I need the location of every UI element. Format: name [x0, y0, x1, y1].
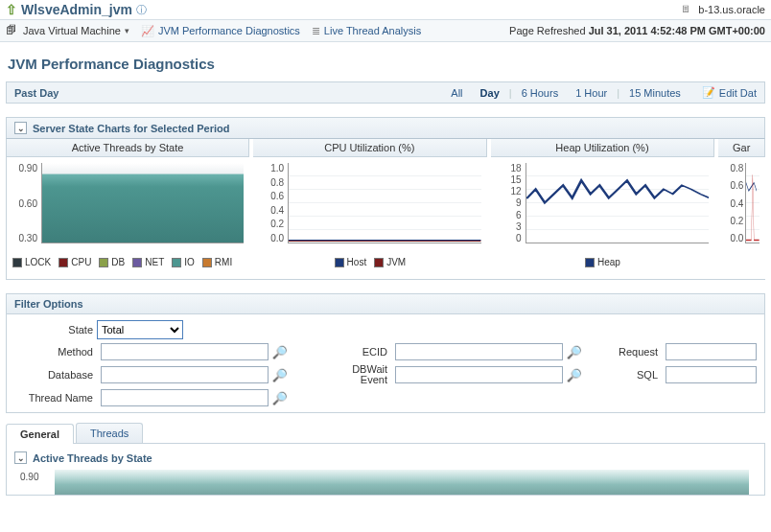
general-tab-content: ⌄ Active Threads by State 0.90	[6, 444, 765, 496]
search-icon[interactable]: 🔍	[272, 345, 288, 359]
chart1-legend: LOCK CPU DB NET IO RMI	[7, 253, 249, 271]
legend-net: NET	[132, 257, 164, 267]
host-icon: 🗏	[681, 3, 694, 16]
page-refreshed: Page Refreshed Jul 31, 2011 4:52:48 PM G…	[509, 25, 765, 36]
time-range-bar: Past Day All Day | 6 Hours 1 Hour | 15 M…	[6, 81, 765, 104]
time-links: All Day | 6 Hours 1 Hour | 15 Minutes 📝 …	[443, 86, 757, 99]
method-label: Method	[14, 346, 97, 358]
collapse-toggle[interactable]: ⌄	[14, 122, 27, 134]
threadname-label: Thread Name	[14, 392, 97, 404]
search-icon[interactable]: 🔍	[567, 368, 582, 382]
calendar-edit-icon: 📝	[702, 86, 715, 99]
search-icon[interactable]: 🔍	[272, 391, 288, 405]
legend-db: DB	[99, 257, 125, 267]
ecid-input[interactable]	[395, 343, 563, 360]
sql-label: SQL	[609, 369, 662, 381]
target-name: WlsveAdmin_jvm	[21, 2, 132, 17]
search-icon[interactable]: 🔍	[567, 345, 582, 359]
header-bar: ⇧ WlsveAdmin_jvm ⓘ 🗏 b-13.us.oracle	[0, 0, 771, 19]
tabs: General Threads	[6, 423, 765, 444]
chart-cpu-util: CPU Utilization (%) 1.00.80.60.40.20.0 H…	[253, 139, 486, 271]
time-day[interactable]: Day	[473, 87, 507, 99]
ecid-label: ECID	[343, 346, 391, 358]
legend-host: Host	[335, 257, 367, 267]
bottom-plot	[55, 470, 749, 495]
chart4-body: 0.80.60.40.20.0	[718, 157, 765, 253]
up-arrow-icon[interactable]: ⇧	[6, 2, 17, 17]
swatch-icon	[99, 258, 108, 267]
chart1-plot	[41, 163, 244, 243]
bottom-section-header: ⌄ Active Threads by State	[7, 451, 764, 470]
filter-title: Filter Options	[7, 294, 764, 314]
request-input[interactable]	[666, 343, 757, 360]
time-all[interactable]: All	[443, 87, 470, 99]
time-6hours[interactable]: 6 Hours	[514, 87, 567, 99]
swatch-icon	[374, 258, 384, 267]
thread-icon: ≣	[312, 25, 320, 37]
collapse-toggle[interactable]: ⌄	[14, 451, 27, 464]
request-label: Request	[609, 346, 662, 358]
jvm-menu-label: Java Virtual Machine	[23, 25, 121, 36]
tab-general[interactable]: General	[6, 424, 74, 444]
threadname-input[interactable]	[101, 389, 269, 406]
sql-input[interactable]	[666, 366, 757, 383]
toolbar: 🗐 Java Virtual Machine ▾ 📈 JVM Performan…	[0, 19, 771, 42]
bottom-chart: 0.90	[16, 470, 755, 495]
chart1-body: 0.900.600.30	[7, 157, 249, 253]
chart2-plot	[288, 163, 480, 243]
page-heading: JVM Performance Diagnostics	[0, 42, 771, 81]
live-thread-label: Live Thread Analysis	[324, 25, 421, 36]
chart-gc: Gar 0.80.60.40.20.0	[718, 139, 765, 271]
swatch-icon	[335, 258, 344, 267]
header-left: ⇧ WlsveAdmin_jvm ⓘ	[6, 2, 147, 17]
jvm-icon: 🗐	[6, 24, 19, 37]
perf-diag-link[interactable]: 📈 JVM Performance Diagnostics	[141, 25, 300, 37]
dbwait-label: DBWait Event	[343, 364, 391, 385]
chart2-title: CPU Utilization (%)	[253, 139, 486, 157]
search-icon[interactable]: 🔍	[272, 368, 288, 382]
bottom-title: Active Threads by State	[33, 452, 152, 464]
chart2-yaxis: 1.00.80.60.40.20.0	[257, 163, 284, 243]
method-input[interactable]	[101, 343, 269, 360]
database-label: Database	[14, 369, 97, 381]
chart1-yaxis: 0.900.600.30	[11, 163, 37, 243]
chart3-plot	[526, 163, 710, 243]
state-select[interactable]: Total	[97, 320, 183, 339]
chart2-legend: Host JVM	[253, 253, 486, 271]
edit-date-label: Edit Dat	[719, 87, 757, 99]
jvm-menu[interactable]: 🗐 Java Virtual Machine ▾	[6, 24, 129, 37]
swatch-icon	[202, 258, 212, 267]
dbwait-input[interactable]	[395, 366, 563, 383]
refresh-prefix: Page Refreshed	[509, 25, 589, 36]
swatch-icon	[12, 258, 22, 267]
chart2-body: 1.00.80.60.40.20.0	[253, 157, 486, 253]
state-label: State	[14, 324, 97, 335]
legend-heap: Heap	[585, 257, 620, 267]
edit-date-link[interactable]: 📝 Edit Dat	[690, 86, 757, 99]
legend-rmi: RMI	[202, 257, 232, 267]
perf-diag-label: JVM Performance Diagnostics	[158, 25, 300, 36]
legend-io: IO	[172, 257, 195, 267]
swatch-icon	[585, 258, 595, 267]
chevron-down-icon: ▾	[125, 26, 129, 35]
chart4-yaxis: 0.80.60.40.20.0	[722, 163, 743, 243]
tab-threads[interactable]: Threads	[76, 423, 143, 443]
info-icon[interactable]: ⓘ	[136, 3, 147, 17]
server-state-section-header: ⌄ Server State Charts for Selected Perio…	[6, 117, 765, 139]
legend-jvm: JVM	[374, 257, 406, 267]
chart3-legend: Heap	[491, 253, 715, 271]
swatch-icon	[132, 258, 142, 267]
database-input[interactable]	[101, 366, 269, 383]
legend-lock: LOCK	[12, 257, 51, 267]
chart-active-threads: Active Threads by State 0.900.600.30 LOC…	[7, 139, 249, 271]
time-1hour[interactable]: 1 Hour	[568, 87, 615, 99]
time-15min[interactable]: 15 Minutes	[621, 87, 689, 99]
chart3-yaxis: 1815129630	[495, 163, 522, 243]
live-thread-link[interactable]: ≣ Live Thread Analysis	[312, 25, 421, 37]
host-name: b-13.us.oracle	[698, 4, 765, 15]
chart3-title: Heap Utilization (%)	[491, 139, 715, 157]
chart-heap-util: Heap Utilization (%) 1815129630 Heap	[491, 139, 715, 271]
chart-icon: 📈	[141, 25, 154, 37]
filter-options-section: Filter Options State Total Method 🔍 ECID…	[6, 293, 765, 413]
swatch-icon	[58, 258, 68, 267]
